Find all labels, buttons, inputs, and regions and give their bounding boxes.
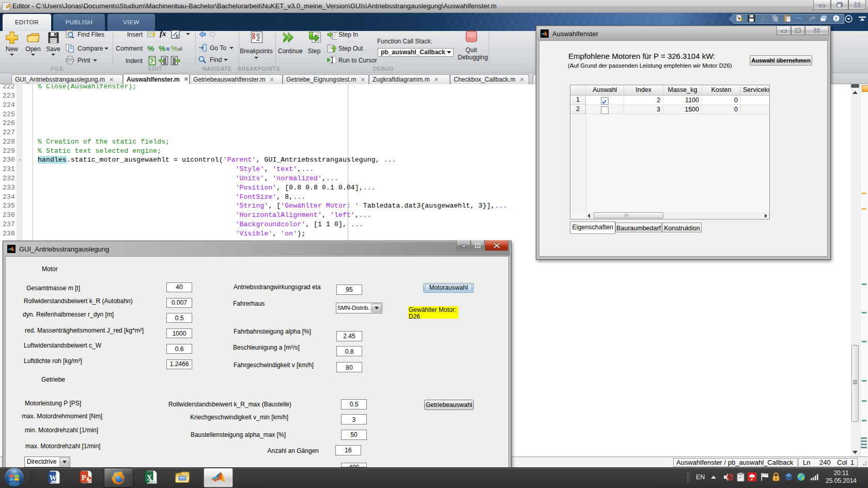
svg-text:fi: fi <box>176 34 179 39</box>
svg-text:?: ? <box>834 15 838 22</box>
svg-text:W: W <box>50 474 57 482</box>
svg-text:P: P <box>82 474 86 482</box>
